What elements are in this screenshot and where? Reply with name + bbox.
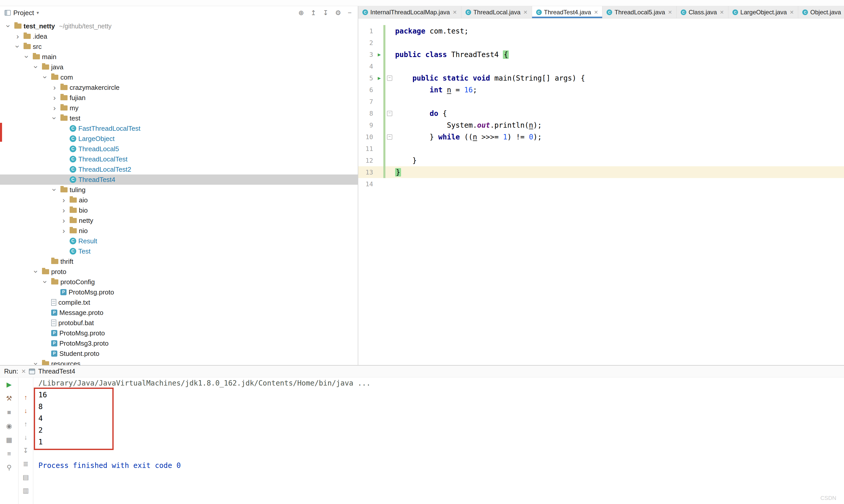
tree-item[interactable]: ›src bbox=[0, 41, 358, 52]
code-line[interactable]: 5▶ public static void main(String[] args… bbox=[358, 72, 844, 84]
chevron-icon[interactable]: › bbox=[60, 217, 68, 224]
tree-item[interactable]: ›.idea bbox=[0, 31, 358, 41]
tree-item[interactable]: ›fujian bbox=[0, 93, 358, 103]
fold-icon[interactable] bbox=[385, 111, 394, 116]
tree-item[interactable]: ›tuling bbox=[0, 185, 358, 195]
up-stack-icon[interactable]: ↑ bbox=[24, 394, 28, 401]
collapse-all-icon[interactable]: ↥ bbox=[311, 9, 316, 17]
tree-item[interactable]: ›proto bbox=[0, 267, 358, 277]
code-line[interactable]: 8 do { bbox=[358, 107, 844, 119]
code-line[interactable]: 2 bbox=[358, 37, 844, 49]
close-icon[interactable]: ✕ bbox=[668, 9, 672, 15]
down-stack-icon[interactable]: ↓ bbox=[24, 407, 28, 414]
tree-item[interactable]: ›aio bbox=[0, 195, 358, 205]
tree-item[interactable]: CFastThreadLocalTest bbox=[0, 123, 358, 133]
next-occurrence-icon[interactable]: ↓ bbox=[24, 434, 28, 441]
tree-item[interactable]: compile.txt bbox=[0, 297, 358, 307]
close-icon[interactable]: ✕ bbox=[594, 9, 598, 15]
code-line[interactable]: 12 } bbox=[358, 155, 844, 166]
console[interactable]: /Library/Java/JavaVirtualMachines/jdk1.8… bbox=[33, 377, 844, 504]
tree-item[interactable]: CLargeObject bbox=[0, 133, 358, 144]
tree-item[interactable]: protobuf.bat bbox=[0, 318, 358, 328]
tree-item[interactable]: ›java bbox=[0, 62, 358, 72]
tree-item[interactable]: PProtoMsg.proto bbox=[0, 328, 358, 338]
tree-item[interactable]: ›com bbox=[0, 72, 358, 83]
tree-item[interactable]: CThreadLocalTest bbox=[0, 154, 358, 164]
code-editor[interactable]: 1package com.test;23▶public class Thread… bbox=[358, 18, 844, 365]
chevron-down-icon[interactable]: ▾ bbox=[37, 10, 39, 16]
prev-occurrence-icon[interactable]: ↑ bbox=[24, 420, 28, 428]
run-icon[interactable]: ▶ bbox=[375, 75, 383, 81]
chevron-icon[interactable]: › bbox=[41, 278, 49, 286]
print-icon[interactable]: ▤ bbox=[22, 473, 29, 481]
settings-gear-icon[interactable]: ⚙ bbox=[335, 9, 341, 17]
tree-item[interactable]: ›protoConfig bbox=[0, 277, 358, 287]
expand-all-icon[interactable]: ↧ bbox=[323, 9, 328, 17]
chevron-icon[interactable]: › bbox=[14, 33, 21, 40]
run-tab[interactable]: ThreadTest4 bbox=[38, 367, 75, 375]
editor-tab[interactable]: CThreadLocal.java✕ bbox=[462, 6, 532, 18]
thread-dump-icon[interactable]: ▦ bbox=[6, 436, 12, 443]
tree-item[interactable]: ›nio bbox=[0, 226, 358, 236]
code-line[interactable]: 14 bbox=[358, 178, 844, 190]
tree-item[interactable]: ›main bbox=[0, 52, 358, 62]
chevron-icon[interactable]: › bbox=[51, 104, 58, 112]
soft-wrap-icon[interactable]: ≣ bbox=[23, 460, 29, 467]
code-line[interactable]: 4 bbox=[358, 60, 844, 72]
code-line[interactable]: 1package com.test; bbox=[358, 25, 844, 37]
chevron-icon[interactable]: › bbox=[32, 63, 40, 71]
chevron-icon[interactable]: › bbox=[32, 268, 40, 275]
code-line[interactable]: 3▶public class ThreadTest4 { bbox=[358, 49, 844, 60]
close-icon[interactable]: ✕ bbox=[21, 368, 26, 375]
tree-item[interactable]: CThreadLocalTest2 bbox=[0, 164, 358, 175]
tree-item[interactable]: ›bio bbox=[0, 205, 358, 215]
tree-item[interactable]: PStudent.proto bbox=[0, 348, 358, 359]
close-icon[interactable]: ✕ bbox=[790, 9, 794, 15]
close-icon[interactable]: ✕ bbox=[720, 9, 724, 15]
code-line[interactable]: 10 } while ((n >>>= 1) != 0); bbox=[358, 131, 844, 143]
project-panel-title[interactable]: Project bbox=[13, 9, 34, 17]
tree-item[interactable]: PProtoMsg3.proto bbox=[0, 338, 358, 348]
editor-tab[interactable]: CLargeObject.java✕ bbox=[728, 6, 798, 18]
tree-item[interactable]: ›test bbox=[0, 113, 358, 123]
tree-item[interactable]: ›test_netty~/github/test_netty bbox=[0, 21, 358, 31]
code-line[interactable]: 6 int n = 16; bbox=[358, 84, 844, 96]
close-icon[interactable]: ✕ bbox=[453, 9, 457, 15]
chevron-icon[interactable]: › bbox=[5, 22, 12, 30]
tree-item[interactable]: ›resources bbox=[0, 359, 358, 365]
console-menu-icon[interactable]: ≡ bbox=[7, 450, 11, 457]
tree-item[interactable]: CTest bbox=[0, 246, 358, 256]
chevron-icon[interactable]: › bbox=[14, 43, 21, 50]
stop-icon[interactable]: ■ bbox=[7, 409, 11, 416]
tree-item[interactable]: CResult bbox=[0, 236, 358, 246]
chevron-icon[interactable]: › bbox=[60, 196, 68, 204]
chevron-icon[interactable]: › bbox=[23, 53, 31, 61]
tree-item[interactable]: PProtoMsg.proto bbox=[0, 287, 358, 297]
editor-tab[interactable]: CObject.java✕ bbox=[798, 6, 844, 18]
chevron-icon[interactable]: › bbox=[51, 84, 58, 91]
chevron-icon[interactable]: › bbox=[51, 186, 58, 194]
fold-icon[interactable] bbox=[385, 134, 394, 140]
pin-icon[interactable]: ⚲ bbox=[7, 464, 12, 471]
chevron-icon[interactable]: › bbox=[60, 206, 68, 214]
camera-icon[interactable]: ◉ bbox=[6, 422, 12, 430]
hide-panel-icon[interactable]: − bbox=[348, 9, 352, 17]
code-line[interactable]: 13} bbox=[358, 166, 844, 178]
code-line[interactable]: 11 bbox=[358, 143, 844, 155]
locate-file-icon[interactable]: ⊕ bbox=[299, 9, 304, 17]
tree-item[interactable]: ›netty bbox=[0, 215, 358, 226]
tree-item[interactable]: thrift bbox=[0, 256, 358, 267]
editor-tab[interactable]: CInternalThreadLocalMap.java✕ bbox=[358, 6, 462, 18]
clear-console-icon[interactable]: ▥ bbox=[22, 487, 29, 494]
editor-tab[interactable]: CThreadLocal5.java✕ bbox=[603, 6, 676, 18]
fold-icon[interactable] bbox=[385, 75, 394, 81]
editor-tab[interactable]: CThreadTest4.java✕ bbox=[532, 6, 603, 18]
scroll-to-end-icon[interactable]: ↧ bbox=[23, 447, 29, 454]
chevron-icon[interactable]: › bbox=[51, 94, 58, 102]
tree-item[interactable]: ›my bbox=[0, 103, 358, 113]
close-icon[interactable]: ✕ bbox=[523, 9, 528, 15]
run-icon[interactable]: ▶ bbox=[375, 51, 383, 57]
project-tool-window-icon[interactable] bbox=[5, 10, 11, 16]
chevron-icon[interactable]: › bbox=[60, 227, 68, 235]
tree-item[interactable]: ›crazymakercircle bbox=[0, 83, 358, 93]
